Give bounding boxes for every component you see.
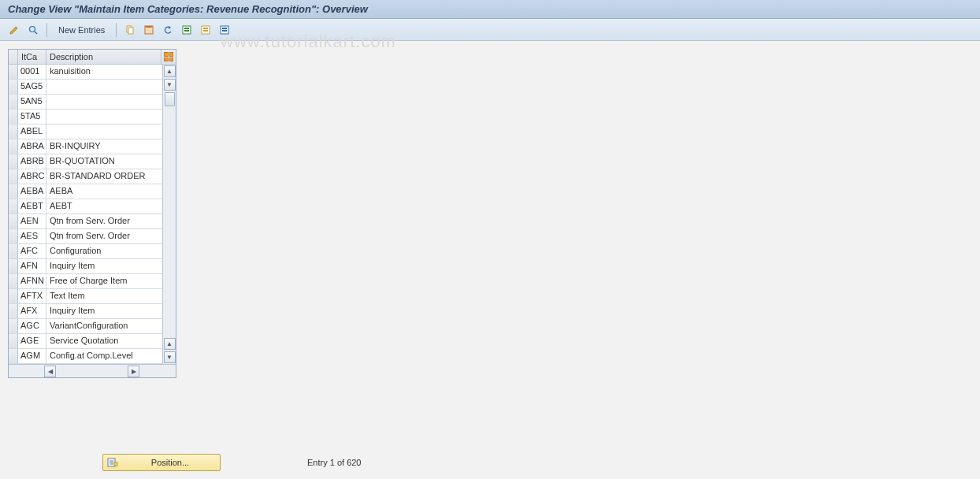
row-selector[interactable] [9, 169, 18, 184]
delete-icon[interactable] [141, 22, 157, 38]
select-all-icon[interactable] [179, 22, 195, 38]
cell-description[interactable] [46, 80, 162, 94]
table-row[interactable]: AENQtn from Serv. Order [9, 214, 162, 229]
cell-description[interactable]: Config.at Comp.Level [46, 349, 162, 363]
toggle-change-icon[interactable] [6, 22, 22, 38]
table-row[interactable]: 0001kanuisition [9, 65, 162, 80]
cell-description[interactable]: BR-QUOTATION [46, 154, 162, 169]
row-selector[interactable] [9, 184, 18, 199]
cell-description[interactable] [46, 95, 162, 109]
cell-itca[interactable]: AEBT [18, 199, 46, 214]
row-selector[interactable] [9, 95, 18, 109]
cell-description[interactable]: VariantConfiguration [46, 319, 162, 333]
row-selector[interactable] [9, 124, 18, 139]
cell-itca[interactable]: AES [18, 229, 46, 243]
row-selector[interactable] [9, 110, 18, 124]
deselect-all-icon[interactable] [217, 22, 232, 38]
cell-itca[interactable]: 5AG5 [18, 80, 46, 94]
cell-itca[interactable]: AFNN [18, 274, 46, 288]
cell-itca[interactable]: AGM [18, 349, 46, 363]
table-row[interactable]: AGMConfig.at Comp.Level [9, 349, 162, 364]
row-selector[interactable] [9, 65, 18, 79]
scroll-right-button[interactable]: ▶ [128, 366, 139, 377]
cell-itca[interactable]: AEN [18, 214, 46, 228]
table-row[interactable]: ABRABR-INQUIRY [9, 139, 162, 154]
table-row[interactable]: AGCVariantConfiguration [9, 319, 162, 334]
row-selector[interactable] [9, 199, 18, 214]
cell-itca[interactable]: ABRA [18, 139, 46, 154]
cell-description[interactable]: Inquiry Item [46, 259, 162, 273]
table-row[interactable]: ABEL [9, 124, 162, 139]
cell-description[interactable]: Text Item [46, 289, 162, 303]
table-row[interactable]: 5TA5 [9, 110, 162, 124]
table-row[interactable]: 5AG5 [9, 80, 162, 95]
table-row[interactable]: ABRCBR-STANDARD ORDER [9, 169, 162, 184]
cell-description[interactable]: AEBA [46, 184, 162, 199]
table-row[interactable]: AFNNFree of Charge Item [9, 274, 162, 289]
scroll-thumb[interactable] [165, 92, 175, 106]
table-row[interactable]: AFTXText Item [9, 289, 162, 304]
row-selector[interactable] [9, 289, 18, 303]
cell-description[interactable]: Qtn from Serv. Order [46, 229, 162, 243]
row-selector[interactable] [9, 334, 18, 348]
cell-itca[interactable]: ABEL [18, 124, 46, 139]
table-row[interactable]: AGEService Quotation [9, 334, 162, 349]
cell-description[interactable]: Qtn from Serv. Order [46, 214, 162, 228]
cell-itca[interactable]: AGC [18, 319, 46, 333]
table-row[interactable]: AEBTAEBT [9, 199, 162, 214]
row-selector-header[interactable] [9, 50, 18, 64]
row-selector[interactable] [9, 349, 18, 363]
scroll-up-button[interactable]: ▲ [164, 65, 176, 77]
row-selector[interactable] [9, 214, 18, 228]
row-selector[interactable] [9, 229, 18, 243]
cell-itca[interactable]: 0001 [18, 65, 46, 79]
cell-itca[interactable]: AGE [18, 334, 46, 348]
row-selector[interactable] [9, 244, 18, 258]
cell-description[interactable]: kanuisition [46, 65, 162, 79]
position-button[interactable]: Position... [102, 454, 221, 471]
undo-change-icon[interactable] [160, 22, 176, 38]
cell-description[interactable]: Service Quotation [46, 334, 162, 348]
scroll-down-button-bottom[interactable]: ▼ [164, 351, 176, 363]
col-itca-header[interactable]: ItCa [18, 50, 46, 64]
horizontal-scrollbar[interactable]: ◀ ▶ [9, 364, 176, 377]
cell-itca[interactable]: ABRC [18, 169, 46, 184]
cell-itca[interactable]: 5AN5 [18, 95, 46, 109]
cell-itca[interactable]: AFTX [18, 289, 46, 303]
cell-description[interactable]: Configuration [46, 244, 162, 258]
vertical-scrollbar[interactable]: ▲ ▼ ▲ ▼ [162, 65, 176, 364]
table-row[interactable]: AEBAAEBA [9, 184, 162, 199]
new-entries-button[interactable]: New Entries [53, 22, 110, 38]
table-row[interactable]: AESQtn from Serv. Order [9, 229, 162, 244]
cell-itca[interactable]: AEBA [18, 184, 46, 199]
cell-itca[interactable]: ABRB [18, 154, 46, 169]
copy-as-icon[interactable] [122, 22, 138, 38]
cell-description[interactable]: Inquiry Item [46, 304, 162, 318]
cell-description[interactable] [46, 124, 162, 139]
table-row[interactable]: AFXInquiry Item [9, 304, 162, 319]
table-row[interactable]: AFNInquiry Item [9, 259, 162, 274]
scroll-up-button-bottom[interactable]: ▲ [164, 338, 176, 350]
details-icon[interactable] [25, 22, 41, 38]
configure-columns-button[interactable] [161, 50, 176, 64]
cell-description[interactable]: BR-STANDARD ORDER [46, 169, 162, 184]
cell-itca[interactable]: 5TA5 [18, 110, 46, 124]
scroll-down-button[interactable]: ▼ [164, 79, 176, 91]
table-row[interactable]: 5AN5 [9, 95, 162, 110]
cell-itca[interactable]: AFN [18, 259, 46, 273]
select-block-icon[interactable] [198, 22, 213, 38]
row-selector[interactable] [9, 80, 18, 94]
row-selector[interactable] [9, 274, 18, 288]
cell-description[interactable]: Free of Charge Item [46, 274, 162, 288]
row-selector[interactable] [9, 259, 18, 273]
col-description-header[interactable]: Description [46, 50, 161, 64]
row-selector[interactable] [9, 304, 18, 318]
row-selector[interactable] [9, 154, 18, 169]
cell-description[interactable]: BR-INQUIRY [46, 139, 162, 154]
table-row[interactable]: ABRBBR-QUOTATION [9, 154, 162, 169]
row-selector[interactable] [9, 139, 18, 154]
table-row[interactable]: AFCConfiguration [9, 244, 162, 259]
cell-description[interactable] [46, 110, 162, 124]
scroll-left-button[interactable]: ◀ [44, 366, 56, 377]
cell-description[interactable]: AEBT [46, 199, 162, 214]
